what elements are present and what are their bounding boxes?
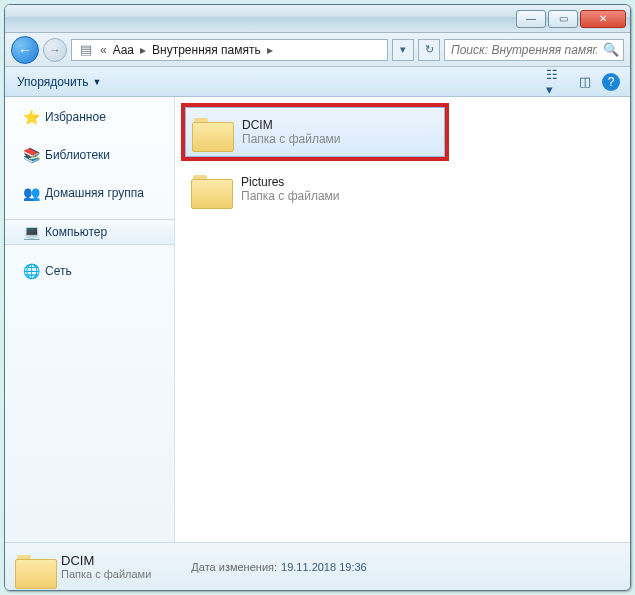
- folder-icon: [192, 114, 232, 150]
- star-icon: ⭐: [23, 109, 39, 125]
- minimize-button[interactable]: —: [516, 10, 546, 28]
- close-button[interactable]: ✕: [580, 10, 626, 28]
- refresh-button[interactable]: ↻: [418, 39, 440, 61]
- folder-icon: [15, 551, 51, 583]
- search-input[interactable]: [449, 42, 599, 58]
- sidebar-item-network[interactable]: 🌐 Сеть: [5, 259, 174, 283]
- folder-icon: [191, 171, 231, 207]
- folder-name: Pictures: [241, 175, 340, 189]
- folder-item-pictures[interactable]: Pictures Папка с файлами: [185, 165, 445, 213]
- back-button[interactable]: ←: [11, 36, 39, 64]
- breadcrumb-separator: «: [98, 43, 109, 57]
- sidebar-item-label: Домашняя группа: [45, 186, 144, 200]
- organize-label: Упорядочить: [17, 75, 88, 89]
- sidebar-item-label: Компьютер: [45, 225, 107, 239]
- device-icon: ▤: [78, 42, 94, 58]
- body: ⭐ Избранное 📚 Библиотеки 👥 Домашняя груп…: [5, 97, 630, 542]
- sidebar-item-libraries[interactable]: 📚 Библиотеки: [5, 143, 174, 167]
- details-date-label: Дата изменения:: [191, 561, 277, 573]
- toolbar: Упорядочить ▼ ☷ ▾ ◫ ?: [5, 67, 630, 97]
- breadcrumb-arrow-icon: ▸: [138, 43, 148, 57]
- search-box[interactable]: 🔍: [444, 39, 624, 61]
- navigation-bar: ← → ▤ « Aaa ▸ Внутренняя память ▸ ▾ ↻ 🔍: [5, 33, 630, 67]
- details-pane: DCIM Папка с файлами Дата изменения: 19.…: [5, 542, 630, 590]
- breadcrumb-arrow-icon: ▸: [265, 43, 275, 57]
- content-pane[interactable]: DCIM Папка с файлами Pictures Папка с фа…: [175, 97, 630, 542]
- homegroup-icon: 👥: [23, 185, 39, 201]
- library-icon: 📚: [23, 147, 39, 163]
- details-subtitle: Папка с файлами: [61, 568, 151, 580]
- sidebar-item-label: Избранное: [45, 110, 106, 124]
- folder-subtitle: Папка с файлами: [241, 189, 340, 203]
- breadcrumb-segment[interactable]: Aaa: [109, 43, 138, 57]
- sidebar: ⭐ Избранное 📚 Библиотеки 👥 Домашняя груп…: [5, 97, 175, 542]
- computer-icon: 💻: [23, 224, 39, 240]
- sidebar-item-homegroup[interactable]: 👥 Домашняя группа: [5, 181, 174, 205]
- breadcrumb-segment[interactable]: Внутренняя память: [148, 43, 265, 57]
- sidebar-item-favorites[interactable]: ⭐ Избранное: [5, 105, 174, 129]
- network-icon: 🌐: [23, 263, 39, 279]
- folder-item-dcim[interactable]: DCIM Папка с файлами: [185, 107, 445, 157]
- view-options-button[interactable]: ☷ ▾: [546, 72, 568, 92]
- dropdown-icon: ▼: [92, 77, 101, 87]
- search-icon: 🔍: [603, 42, 619, 57]
- forward-button[interactable]: →: [43, 38, 67, 62]
- address-dropdown[interactable]: ▾: [392, 39, 414, 61]
- maximize-button[interactable]: ▭: [548, 10, 578, 28]
- folder-name: DCIM: [242, 118, 341, 132]
- preview-pane-button[interactable]: ◫: [574, 72, 596, 92]
- address-bar[interactable]: ▤ « Aaa ▸ Внутренняя память ▸: [71, 39, 388, 61]
- details-name: DCIM: [61, 553, 151, 568]
- help-button[interactable]: ?: [602, 73, 620, 91]
- titlebar: — ▭ ✕: [5, 5, 630, 33]
- explorer-window: — ▭ ✕ ← → ▤ « Aaa ▸ Внутренняя память ▸ …: [4, 4, 631, 591]
- sidebar-item-label: Сеть: [45, 264, 72, 278]
- details-date-value: 19.11.2018 19:36: [281, 561, 367, 573]
- folder-subtitle: Папка с файлами: [242, 132, 341, 146]
- sidebar-item-label: Библиотеки: [45, 148, 110, 162]
- sidebar-item-computer[interactable]: 💻 Компьютер: [5, 219, 174, 245]
- organize-menu[interactable]: Упорядочить ▼: [11, 73, 107, 91]
